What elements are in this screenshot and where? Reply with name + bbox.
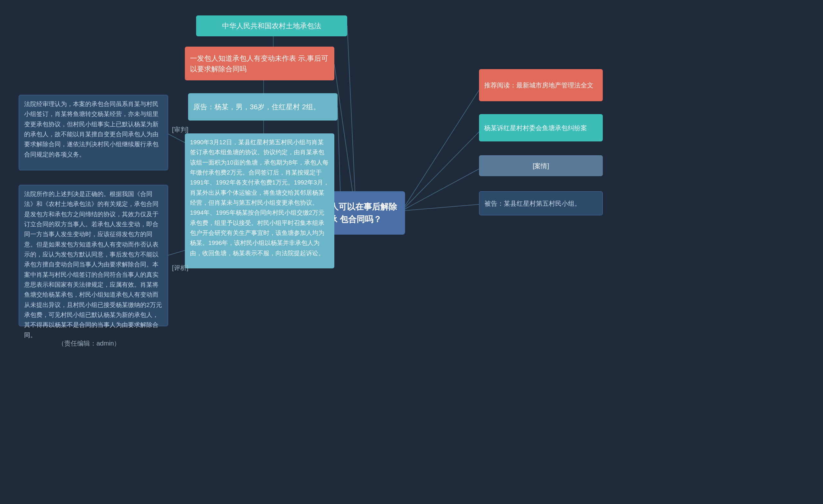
top-orange-text: 一发包人知道承包人有变动未作表 示,事后可以要求解除合同吗 bbox=[190, 53, 329, 74]
right-recommend-node: 推荐阅读：最新城市房地产管理法全文 bbox=[479, 69, 603, 101]
svg-line-0 bbox=[347, 26, 355, 198]
svg-line-9 bbox=[405, 204, 482, 210]
top-lightblue-node: 原告：杨某，男，36岁，住红星村 2组。 bbox=[188, 93, 338, 121]
right-anqing-node: [案情] bbox=[479, 155, 603, 176]
right-defendant-node: 被告：某县红星村第五村民小组。 bbox=[479, 191, 603, 215]
svg-line-6 bbox=[405, 85, 482, 206]
main-content-text: 1990年3月12日，某县红星村第五村民小组与肖某签订承包本组鱼塘的协议。协议约… bbox=[190, 139, 329, 257]
analysis-label: [评析] bbox=[172, 264, 188, 272]
footer-text: （责任编辑：admin） bbox=[58, 339, 120, 348]
judgment-node: 法院经审理认为，本案的承包合同虽系肖某与村民小组签订，肖某将鱼塘转交杨某经营，亦… bbox=[19, 95, 168, 170]
top-orange-node: 一发包人知道承包人有变动未作表 示,事后可以要求解除合同吗 bbox=[185, 47, 334, 80]
top-lightblue-text: 原告：杨某，男，36岁，住红星村 2组。 bbox=[193, 102, 320, 112]
svg-line-7 bbox=[405, 129, 482, 207]
right-case-node: 杨某诉红星村村委会鱼塘承包纠纷案 bbox=[479, 114, 603, 141]
top-teal-node: 中华人民共和国农村土地承包法 bbox=[196, 15, 347, 36]
judgment-label: [审判] bbox=[172, 125, 188, 134]
right-defendant-text: 被告：某县红星村第五村民小组。 bbox=[484, 198, 581, 209]
judgment-text: 法院经审理认为，本案的承包合同虽系肖某与村民小组签订，肖某将鱼塘转交杨某经营，亦… bbox=[24, 101, 159, 158]
analysis-text: 法院所作的上述判决是正确的。根据我国《合同法》和《农村土地承包法》的有关规定，承… bbox=[24, 191, 162, 338]
right-case-text: 杨某诉红星村村委会鱼塘承包纠纷案 bbox=[484, 123, 587, 133]
svg-line-8 bbox=[405, 167, 482, 209]
svg-line-1 bbox=[334, 64, 354, 199]
analysis-node: 法院所作的上述判决是正确的。根据我国《合同法》和《农村土地承包法》的有关规定，承… bbox=[19, 185, 168, 326]
top-teal-text: 中华人民共和国农村土地承包法 bbox=[222, 21, 321, 31]
main-content-node: 1990年3月12日，某县红星村第五村民小组与肖某签订承包本组鱼塘的协议。协议约… bbox=[185, 133, 334, 269]
right-recommend-text: 推荐阅读：最新城市房地产管理法全文 bbox=[484, 80, 594, 90]
right-anqing-text: [案情] bbox=[533, 161, 549, 171]
